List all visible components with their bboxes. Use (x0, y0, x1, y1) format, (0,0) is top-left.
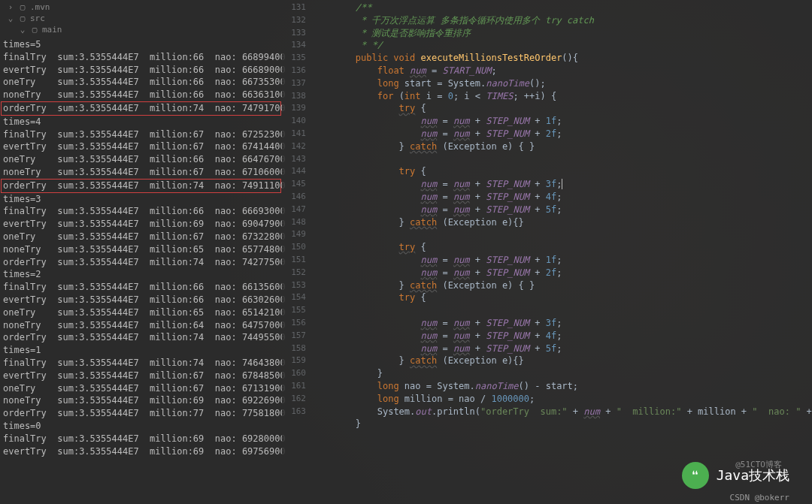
code-line: } (312, 418, 812, 430)
code-line: } catch (Exception e) { } (312, 140, 812, 153)
gutter-number: 132 (282, 14, 312, 27)
comment: * */ (356, 40, 383, 50)
gutter-number: 138 (282, 90, 312, 103)
gutter-number: 157 (282, 330, 312, 343)
code-line: } catch (Exception e) { } (312, 279, 812, 292)
console-line: times=3 (3, 193, 279, 206)
gutter-number: 146 (282, 191, 312, 204)
console-line: orderTry sum:3.5355444E7 million:77 nao:… (3, 407, 279, 420)
editor-panel: 1311321331341351361371381391401411421431… (282, 0, 812, 504)
code-line: long million = nao / 1000000; (312, 393, 812, 406)
code-line: try { (312, 291, 812, 304)
console-line: oneTry sum:3.5355444E7 million:67 nao: 6… (3, 231, 279, 243)
gutter-number: 156 (282, 317, 312, 330)
code-line: num = num + STEP_NUM + 5f; (312, 204, 812, 216)
gutter-number: 155 (282, 304, 312, 317)
console-line: finalTry sum:3.5355444E7 million:66 nao:… (3, 205, 279, 218)
gutter-number: 151 (282, 254, 312, 267)
console-line: finalTry sum:3.5355444E7 million:69 nao:… (3, 433, 279, 445)
gutter-number: 143 (282, 153, 312, 166)
code-line: for (int i = 0; i < TIMES; ++i) { (312, 90, 812, 103)
tree-label: src (30, 14, 45, 23)
chevron-down-icon: ⌄ (18, 25, 27, 35)
gutter-number: 163 (282, 406, 312, 418)
code-line: } catch (Exception e){} (312, 216, 812, 229)
console-line: evertTry sum:3.5355444E7 million:67 nao:… (3, 140, 279, 153)
console-line: noneTry sum:3.5355444E7 million:67 nao: … (3, 166, 279, 179)
folder-icon: ▢ (30, 25, 39, 35)
tree-item-src[interactable]: ⌄▢src (0, 13, 282, 24)
gutter-number: 137 (282, 77, 312, 90)
gutter-number: 153 (282, 279, 312, 292)
code-line: num = num + STEP_NUM + 1f; (312, 254, 812, 267)
code-line: num = num + STEP_NUM + 4f; (312, 330, 812, 343)
gutter-number: 136 (282, 65, 312, 77)
console-line: orderTry sum:3.5355444E7 million:74 nao:… (3, 331, 279, 344)
gutter-number: 161 (282, 380, 312, 393)
console-line: evertTry sum:3.5355444E7 million:69 nao:… (3, 218, 279, 231)
gutter-number: 149 (282, 228, 312, 241)
gutter-number: 158 (282, 343, 312, 355)
left-panel: ›▢.mvn ⌄▢src ⌄▢main times=5finalTry sum:… (0, 0, 282, 504)
code-line: try { (312, 241, 812, 254)
gutter-number (282, 418, 312, 430)
gutter-number: 131 (282, 2, 312, 14)
code-line: num = num + STEP_NUM + 3f; (312, 317, 812, 330)
console-line: orderTry sum:3.5355444E7 million:74 nao:… (1, 179, 281, 193)
code-line: } (312, 367, 812, 380)
file-tree[interactable]: ›▢.mvn ⌄▢src ⌄▢main (0, 0, 282, 37)
chevron-right-icon: › (6, 2, 15, 12)
code-line: System.out.println("orderTry sum:" + num… (312, 406, 812, 418)
console-line: noneTry sum:3.5355444E7 million:66 nao: … (3, 89, 279, 101)
code-line: num = num + STEP_NUM + 4f; (312, 191, 812, 204)
gutter-number: 133 (282, 27, 312, 40)
console-output[interactable]: times=5finalTry sum:3.5355444E7 million:… (0, 37, 282, 504)
code-line: long nao = System.nanoTime() - start; (312, 380, 812, 393)
console-line: evertTry sum:3.5355444E7 million:67 nao:… (3, 370, 279, 382)
console-line: finalTry sum:3.5355444E7 million:66 nao:… (3, 51, 279, 64)
code-line: num = num + STEP_NUM + 5f; (312, 343, 812, 355)
comment: /** (356, 2, 372, 13)
gutter-number: 148 (282, 216, 312, 229)
code-line: num = num + STEP_NUM + 2f; (312, 128, 812, 140)
console-line: times=5 (3, 38, 279, 51)
tree-item-main[interactable]: ⌄▢main (0, 24, 282, 35)
console-line: times=1 (3, 344, 279, 357)
folder-icon: ▢ (18, 14, 27, 23)
console-line: evertTry sum:3.5355444E7 million:66 nao:… (3, 294, 279, 306)
code-line: num = num + STEP_NUM + 3f; (312, 178, 812, 191)
gutter-number: 134 (282, 39, 312, 52)
chevron-down-icon: ⌄ (6, 14, 15, 23)
gutter-number: 140 (282, 115, 312, 128)
code-line: float num = START_NUM; (312, 65, 812, 77)
watermark-title: Java技术栈 (717, 466, 789, 484)
console-line: finalTry sum:3.5355444E7 million:74 nao:… (3, 357, 279, 370)
tree-label: .mvn (30, 2, 50, 12)
code-line: try { (312, 165, 812, 178)
gutter-number: 152 (282, 267, 312, 279)
gutter-number: 144 (282, 165, 312, 178)
code-line: num = num + STEP_NUM + 1f; (312, 115, 812, 128)
console-line: noneTry sum:3.5355444E7 million:65 nao: … (3, 243, 279, 256)
gutter-number: 154 (282, 291, 312, 304)
code-line: num = num + STEP_NUM + 2f; (312, 267, 812, 279)
wechat-icon: ❝ (682, 462, 709, 489)
code-line: long start = System.nanoTime(); (312, 77, 812, 90)
gutter-number: 150 (282, 241, 312, 254)
tree-item-mvn[interactable]: ›▢.mvn (0, 2, 282, 13)
console-line: times=2 (3, 268, 279, 281)
console-line: noneTry sum:3.5355444E7 million:69 nao: … (3, 394, 279, 407)
console-line: times=4 (3, 116, 279, 128)
console-line: noneTry sum:3.5355444E7 million:64 nao: … (3, 319, 279, 332)
gutter-number: 145 (282, 178, 312, 191)
console-line: oneTry sum:3.5355444E7 million:65 nao: 6… (3, 306, 279, 319)
console-line: finalTry sum:3.5355444E7 million:66 nao:… (3, 281, 279, 294)
watermark: ❝ Java技术栈 (682, 462, 789, 489)
console-line: evertTry sum:3.5355444E7 million:69 nao:… (3, 445, 279, 458)
gutter-number: 160 (282, 367, 312, 380)
watermark-caption: CSDN @bokerr (730, 493, 789, 502)
console-line: orderTry sum:3.5355444E7 million:74 nao:… (1, 101, 281, 116)
console-line: oneTry sum:3.5355444E7 million:66 nao: 6… (3, 153, 279, 166)
line-gutter: 1311321331341351361371381391401411421431… (282, 0, 312, 504)
code-editor[interactable]: /** * 千万次浮点运算 多条指令循环内使用多个 try catch * 测试… (312, 0, 812, 504)
